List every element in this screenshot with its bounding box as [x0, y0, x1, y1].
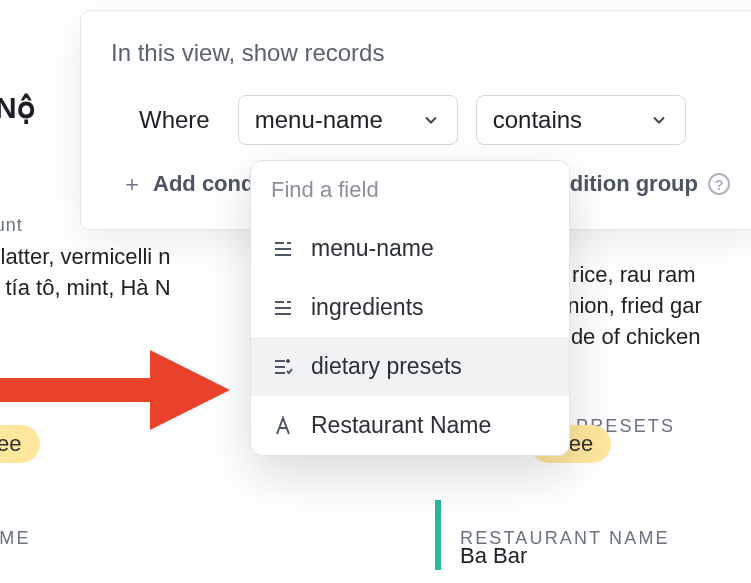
chevron-down-icon: [649, 110, 669, 130]
dropdown-item[interactable]: Restaurant Name: [251, 396, 569, 455]
dropdown-search-input[interactable]: Find a field: [251, 161, 569, 219]
field-select-value: menu-name: [255, 106, 383, 134]
text-icon: [271, 296, 295, 320]
dropdown-item-label: menu-name: [311, 235, 434, 262]
tag-pill: ry-free: [0, 425, 40, 463]
dropdown-item-label: ingredients: [311, 294, 424, 321]
field-dropdown: Find a field menu-nameingredientsdietary…: [250, 160, 570, 456]
restaurant-name-label: NAME: [0, 528, 31, 549]
operator-select[interactable]: contains: [476, 95, 686, 145]
svg-rect-12: [0, 378, 160, 402]
field-select[interactable]: menu-name: [238, 95, 458, 145]
plus-icon: ＋: [121, 169, 143, 199]
operator-select-value: contains: [493, 106, 582, 134]
dropdown-item-label: dietary presets: [311, 353, 462, 380]
formula-icon: [271, 414, 295, 438]
text-icon: [271, 237, 295, 261]
where-label: Where: [139, 106, 210, 134]
help-icon[interactable]: ?: [708, 173, 730, 195]
body-text: e platter, vermicelli n: [0, 242, 270, 273]
dropdown-item[interactable]: menu-name: [251, 219, 569, 278]
body-text: side of chicken: [555, 322, 751, 353]
restaurant-name-value: Ba Bar: [460, 543, 527, 569]
dropdown-item[interactable]: dietary presets: [251, 337, 569, 396]
dropdown-item-label: Restaurant Name: [311, 412, 491, 439]
chevron-down-icon: [421, 110, 441, 130]
svg-marker-13: [150, 350, 230, 430]
teal-indicator: [435, 500, 441, 570]
body-text: onion, fried gar: [555, 291, 751, 322]
panel-title: In this view, show records: [111, 39, 730, 67]
multiselect-icon: [271, 355, 295, 379]
body-text: c rice, rau ram: [555, 260, 751, 291]
dropdown-item[interactable]: ingredients: [251, 278, 569, 337]
body-text: ce, tía tô, mint, Hà N: [0, 273, 270, 304]
callout-arrow: [0, 350, 230, 430]
condition-row: Where menu-name contains: [111, 95, 730, 145]
